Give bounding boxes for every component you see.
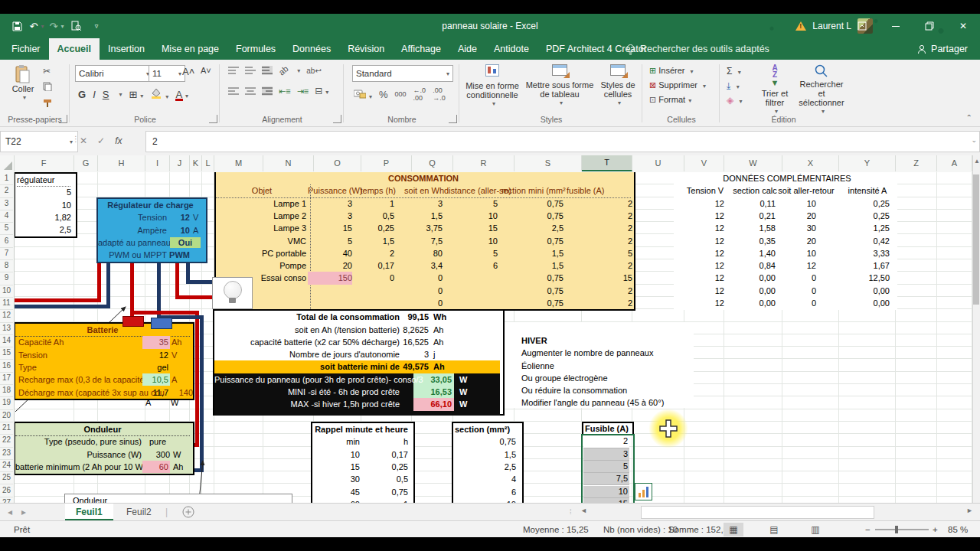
minimize-button[interactable] bbox=[879, 14, 913, 38]
ribbon-tab-antidote[interactable]: Antidote bbox=[485, 38, 537, 60]
consommation-cell[interactable]: 3,75 bbox=[396, 222, 443, 234]
consommation-cell[interactable]: 5 bbox=[565, 247, 632, 259]
summary-unit[interactable]: W bbox=[459, 398, 482, 410]
batterie-col-a[interactable]: A bbox=[145, 396, 156, 409]
horizontal-scroll-thumb[interactable] bbox=[641, 506, 874, 519]
column-header-X[interactable]: X bbox=[782, 155, 839, 171]
donnees-cell[interactable]: 12 bbox=[684, 285, 724, 297]
font-color-icon[interactable]: A▾ bbox=[175, 89, 188, 100]
donnees-header[interactable]: Tension V bbox=[678, 184, 732, 197]
column-header-J[interactable]: J bbox=[170, 155, 190, 171]
hiver-line[interactable]: Ou réduire la consommation bbox=[521, 384, 694, 396]
shrink-font-icon[interactable]: A˅ bbox=[201, 66, 211, 75]
donnees-cell[interactable]: 0,35 bbox=[724, 235, 776, 247]
consommation-cell[interactable]: 0 bbox=[396, 297, 443, 309]
row-header-7[interactable]: 7 bbox=[0, 247, 13, 260]
regulateur-value[interactable]: PWM bbox=[168, 249, 190, 261]
row-header-24[interactable]: 24 bbox=[0, 459, 13, 472]
ribbon-tab-fichier[interactable]: Fichier bbox=[3, 38, 49, 60]
row-header-16[interactable]: 16 bbox=[0, 360, 13, 373]
ribbon-tab-affichage[interactable]: Affichage bbox=[393, 38, 449, 60]
rappel-min[interactable]: 60 bbox=[312, 498, 360, 503]
consommation-cell[interactable]: 150 bbox=[308, 272, 352, 284]
summary-value[interactable]: 8,2625 bbox=[403, 324, 429, 336]
number-format-select[interactable]: Standard▾ bbox=[352, 65, 453, 82]
batterie-label[interactable]: Type bbox=[18, 361, 156, 373]
fill-color-icon[interactable]: ▾ bbox=[150, 87, 168, 101]
column-header-V[interactable]: V bbox=[684, 155, 724, 171]
consommation-cell[interactable]: 1 bbox=[354, 197, 394, 210]
vertical-scroll-thumb[interactable] bbox=[973, 174, 979, 305]
decrease-indent-icon[interactable]: ⇤≡ bbox=[279, 86, 291, 96]
donnees-cell[interactable]: 0,25 bbox=[816, 210, 890, 222]
scroll-right-icon[interactable]: ► bbox=[966, 507, 973, 514]
cut-icon[interactable]: ✂ bbox=[43, 66, 52, 77]
regulateur-label[interactable]: adapté au panneau bbox=[98, 236, 167, 249]
column-header-L[interactable]: L bbox=[202, 155, 214, 171]
sheet-nav-right-icon[interactable]: ▸ bbox=[21, 504, 26, 520]
consommation-cell[interactable]: 0 bbox=[396, 285, 443, 297]
onduleur-value[interactable]: 60 bbox=[142, 461, 170, 473]
percent-icon[interactable]: % bbox=[379, 89, 388, 100]
rappel-h[interactable]: 0,17 bbox=[361, 448, 408, 461]
regulateur-label[interactable]: Ampère bbox=[98, 224, 167, 236]
fusible-cell[interactable]: 15 bbox=[583, 498, 629, 503]
donnees-cell[interactable]: 12 bbox=[684, 222, 724, 234]
enter-icon[interactable]: ✓ bbox=[97, 135, 105, 146]
row-header-5[interactable]: 5 bbox=[0, 222, 13, 235]
section-cell[interactable]: 2,5 bbox=[453, 461, 516, 473]
batterie-unit[interactable]: V bbox=[172, 349, 190, 361]
donnees-cell[interactable]: 12,50 bbox=[816, 272, 890, 284]
consommation-cell[interactable]: 2 bbox=[565, 197, 632, 210]
donnees-cell[interactable]: 0,00 bbox=[724, 272, 776, 284]
sheet-grid[interactable]: 1234567891011121314151617181920212223242… bbox=[0, 172, 980, 503]
number-launcher-icon[interactable] bbox=[449, 115, 457, 123]
consommation-cell[interactable]: 2,5 bbox=[499, 222, 564, 234]
insert-cells-button[interactable]: ⊞ Insérer ▾ bbox=[649, 66, 706, 76]
donnees-header[interactable]: intensité A bbox=[841, 184, 894, 197]
row-header-9[interactable]: 9 bbox=[0, 272, 13, 285]
summary-value[interactable]: 99,15 bbox=[403, 311, 429, 323]
tab-splitter-handle[interactable]: ⁞ bbox=[570, 504, 572, 520]
align-left-icon[interactable] bbox=[228, 86, 239, 96]
rappel-h[interactable]: 0,75 bbox=[361, 486, 408, 498]
row-header-13[interactable]: 13 bbox=[0, 322, 13, 335]
consommation-cell[interactable]: 0 bbox=[354, 272, 394, 284]
font-size-select[interactable]: 11▾ bbox=[149, 65, 185, 82]
rappel-h[interactable]: 0,25 bbox=[361, 461, 408, 473]
consommation-cell[interactable]: 15 bbox=[308, 222, 352, 234]
summary-value[interactable]: 49,575 bbox=[403, 360, 429, 373]
row-header-20[interactable]: 20 bbox=[0, 409, 13, 422]
column-header-P[interactable]: P bbox=[361, 155, 412, 171]
clear-icon[interactable]: ◈ ▾ bbox=[727, 95, 743, 106]
cell-styles-button[interactable]: Styles de cellules▾ bbox=[596, 64, 639, 108]
consommation-header[interactable]: Objet bbox=[216, 184, 308, 197]
align-right-icon[interactable] bbox=[262, 86, 273, 96]
column-header-K[interactable]: K bbox=[190, 155, 202, 171]
format-cells-button[interactable]: ⊡ Format▾ bbox=[649, 95, 706, 105]
onduleur-value[interactable]: 300 bbox=[145, 448, 170, 461]
row-header-15[interactable]: 15 bbox=[0, 347, 13, 360]
consommation-cell[interactable]: 0,75 bbox=[499, 297, 564, 309]
donnees-cell[interactable]: 10 bbox=[776, 197, 816, 210]
rappel-h[interactable]: 0,5 bbox=[361, 473, 408, 485]
ribbon-tab-accueil[interactable]: Accueil bbox=[49, 38, 100, 60]
share-button[interactable]: Partager bbox=[917, 38, 968, 60]
f-value[interactable]: 5 bbox=[17, 186, 71, 198]
rappel-title[interactable]: Rappel minute et heure bbox=[312, 423, 410, 435]
grow-font-icon[interactable]: A˄ bbox=[182, 66, 194, 77]
fusible-cell[interactable]: 5 bbox=[583, 461, 629, 473]
onduleur-unit[interactable]: W bbox=[173, 448, 190, 461]
section-cell[interactable]: 1,5 bbox=[453, 448, 516, 461]
consommation-cell[interactable]: 1,5 bbox=[499, 247, 564, 259]
donnees-cell[interactable]: 0,00 bbox=[816, 285, 890, 297]
consommation-cell[interactable]: 2 bbox=[565, 285, 632, 297]
copy-icon[interactable] bbox=[43, 82, 52, 93]
row-header-19[interactable]: 19 bbox=[0, 396, 13, 409]
consommation-cell[interactable]: 40 bbox=[308, 247, 352, 259]
clipboard-launcher-icon[interactable] bbox=[59, 115, 67, 123]
consommation-cell[interactable]: 0,75 bbox=[499, 197, 564, 210]
consommation-header[interactable]: Puissance (W) bbox=[308, 184, 354, 197]
fusible-title[interactable]: Fusible (A) bbox=[582, 422, 634, 435]
ribbon-tab-mise-en-page[interactable]: Mise en page bbox=[153, 38, 227, 60]
